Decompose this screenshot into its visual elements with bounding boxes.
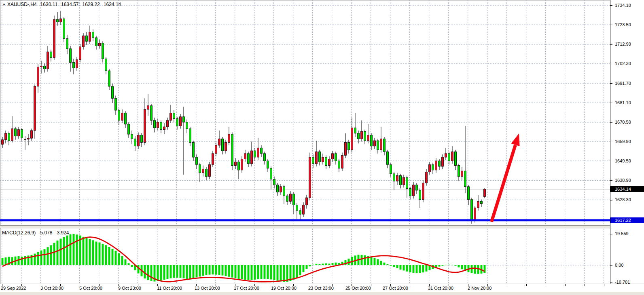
candle-body	[484, 189, 486, 196]
macd-histogram-bar	[112, 249, 114, 265]
price-axis-label: 1659.90	[615, 139, 631, 144]
macd-histogram-bar	[325, 263, 327, 265]
macd-histogram-bar	[102, 244, 104, 265]
main-chart-pane[interactable]: ▼XAUUSD-,H41630.111634.571629.221634.14	[0, 0, 610, 225]
candle-body	[322, 157, 324, 162]
macd-histogram-bar	[319, 264, 321, 265]
macd-histogram-bar	[293, 265, 295, 280]
pane-splitter[interactable]	[0, 225, 644, 228]
macd-histogram-bar	[76, 234, 78, 265]
candle-body	[432, 164, 434, 170]
bull-arrow-head[interactable]	[511, 133, 520, 146]
macd-histogram-bar	[212, 265, 214, 274]
macd-histogram-bar	[228, 265, 230, 277]
macd-histogram-bar	[173, 265, 175, 278]
macd-histogram-bar	[439, 265, 441, 267]
candle-body	[199, 164, 201, 173]
time-axis-label: 9 Oct 23:00	[118, 286, 141, 291]
candle-body	[170, 113, 172, 120]
candle-body	[79, 47, 81, 60]
candle-body	[31, 131, 33, 138]
candle-body	[299, 211, 301, 214]
candle-body	[338, 161, 340, 168]
price-axis-label: 1649.50	[615, 158, 631, 163]
candle-body	[309, 157, 311, 198]
macd-histogram-bar	[264, 265, 266, 279]
axis-tick	[610, 83, 612, 84]
macd-histogram-bar	[189, 265, 191, 279]
macd-histogram-bar	[50, 245, 52, 265]
macd-histogram-bar	[222, 265, 224, 276]
price-axis[interactable]: 1634.14 1617.22 1734.101723.501712.90170…	[610, 0, 644, 284]
axis-tick	[610, 64, 612, 64]
symbol-ohlc-header: ▼XAUUSD-,H41630.111634.571629.221634.14	[2, 2, 121, 7]
candle-body	[439, 161, 441, 166]
macd-histogram-bar	[364, 255, 366, 265]
candle-body	[44, 66, 46, 69]
macd-histogram-bar	[267, 265, 269, 279]
close-price-badge: 1634.14	[610, 186, 644, 192]
symbol-name: XAUUSD-,H4	[7, 2, 37, 7]
macd-histogram-bar	[70, 234, 72, 265]
candle-body	[183, 117, 185, 122]
macd-histogram-bar	[477, 265, 479, 274]
candle-body	[157, 122, 159, 128]
macd-histogram-bar	[257, 265, 259, 279]
macd-histogram-bar	[484, 265, 486, 273]
candle-body	[371, 135, 373, 146]
candle-body	[406, 177, 408, 188]
candle-body	[205, 169, 208, 177]
macd-histogram-bar	[316, 264, 318, 265]
macd-histogram-bar	[83, 237, 85, 265]
macd-svg[interactable]	[0, 229, 610, 284]
macd-histogram-bar	[225, 265, 227, 276]
ohlc-high: 1634.57	[61, 2, 78, 7]
time-axis[interactable]: 29 Sep 20223 Oct 20:005 Oct 20:009 Oct 2…	[0, 284, 644, 292]
candle-body	[134, 139, 136, 146]
candle-body	[112, 86, 114, 99]
candle-body	[89, 32, 91, 41]
candlestick-svg[interactable]	[0, 0, 610, 225]
axis-tick	[610, 234, 612, 234]
macd-histogram-bar	[235, 265, 237, 278]
macd-histogram-bar	[455, 265, 457, 266]
axis-tick	[610, 25, 612, 25]
candle-body	[429, 164, 431, 172]
candle-body	[293, 194, 295, 205]
candle-body	[15, 129, 17, 136]
macd-histogram-bar	[383, 263, 386, 265]
support-price-badge: 1617.22	[610, 217, 644, 223]
candle-body	[176, 118, 178, 126]
candle-body	[419, 190, 421, 200]
bull-arrow-shaft[interactable]	[491, 145, 515, 222]
macd-histogram-bar	[377, 259, 379, 265]
macd-histogram-bar	[44, 249, 46, 265]
candle-body	[303, 205, 305, 214]
macd-axis-label: 0.00	[615, 263, 623, 268]
time-axis-label: 31 Oct 20:00	[428, 286, 453, 291]
macd-pane[interactable]	[0, 229, 610, 284]
candle-body	[193, 143, 195, 157]
macd-histogram-bar	[118, 253, 120, 265]
macd-histogram-bar	[209, 265, 211, 275]
macd-histogram-bar	[160, 265, 162, 280]
macd-histogram-bar	[251, 265, 253, 280]
macd-histogram-bar	[57, 240, 59, 265]
candle-body	[248, 154, 250, 164]
candle-body	[24, 139, 26, 139]
candle-body	[225, 143, 227, 151]
candle-body	[222, 139, 224, 151]
candle-body	[481, 201, 483, 203]
macd-histogram-bar	[157, 265, 159, 281]
candle-body	[70, 48, 72, 62]
candle-body	[141, 135, 143, 142]
macd-histogram-bar	[170, 265, 172, 278]
macd-histogram-bar	[306, 265, 308, 269]
macd-histogram-bar	[95, 242, 97, 265]
macd-histogram-bar	[371, 257, 373, 265]
candle-body	[328, 159, 330, 166]
candle-body	[209, 164, 211, 177]
macd-histogram-bar	[105, 245, 107, 265]
candle-body	[435, 161, 437, 170]
candle-body	[426, 172, 428, 183]
